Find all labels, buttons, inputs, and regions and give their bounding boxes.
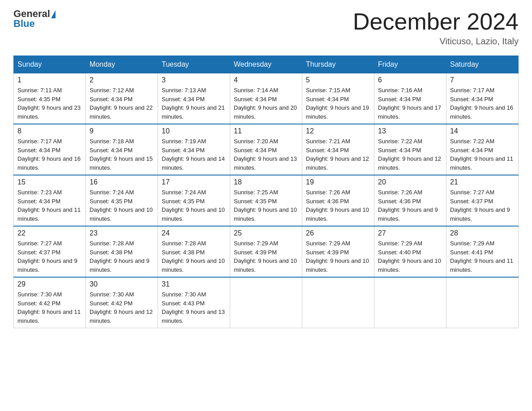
- calendar-table: Sunday Monday Tuesday Wednesday Thursday…: [13, 56, 519, 328]
- sunrise-label: Sunrise: 7:26 AM: [306, 189, 350, 196]
- day-number: 6: [378, 76, 442, 84]
- calendar-day-cell: 7 Sunrise: 7:17 AM Sunset: 4:34 PM Dayli…: [446, 73, 519, 124]
- daylight-label: Daylight: 9 hours and 12 minutes.: [90, 308, 153, 324]
- sunrise-label: Sunrise: 7:29 AM: [378, 240, 422, 247]
- day-number: 3: [162, 76, 226, 84]
- day-info: Sunrise: 7:24 AM Sunset: 4:35 PM Dayligh…: [90, 188, 154, 223]
- calendar-day-cell: 2 Sunrise: 7:12 AM Sunset: 4:34 PM Dayli…: [86, 73, 158, 124]
- day-info: Sunrise: 7:26 AM Sunset: 4:36 PM Dayligh…: [306, 188, 370, 223]
- calendar-day-cell: [446, 277, 519, 328]
- calendar-day-cell: 26 Sunrise: 7:29 AM Sunset: 4:39 PM Dayl…: [302, 226, 374, 277]
- day-number: 29: [17, 280, 82, 288]
- day-info: Sunrise: 7:22 AM Sunset: 4:34 PM Dayligh…: [378, 137, 442, 172]
- sunrise-label: Sunrise: 7:11 AM: [17, 87, 62, 94]
- sunrise-label: Sunrise: 7:20 AM: [234, 138, 278, 145]
- day-info: Sunrise: 7:22 AM Sunset: 4:34 PM Dayligh…: [450, 137, 515, 172]
- sunset-label: Sunset: 4:35 PM: [17, 96, 60, 103]
- day-info: Sunrise: 7:17 AM Sunset: 4:34 PM Dayligh…: [450, 86, 515, 121]
- sunrise-label: Sunrise: 7:22 AM: [450, 138, 494, 145]
- sunset-label: Sunset: 4:34 PM: [378, 147, 421, 154]
- daylight-label: Daylight: 9 hours and 14 minutes.: [162, 155, 225, 171]
- calendar-week-row: 8 Sunrise: 7:17 AM Sunset: 4:34 PM Dayli…: [14, 124, 519, 175]
- day-info: Sunrise: 7:29 AM Sunset: 4:39 PM Dayligh…: [234, 239, 298, 274]
- day-info: Sunrise: 7:27 AM Sunset: 4:37 PM Dayligh…: [17, 239, 82, 274]
- day-number: 20: [378, 178, 442, 186]
- day-number: 9: [90, 127, 154, 135]
- logo: General Blue: [13, 9, 56, 29]
- calendar-day-cell: 11 Sunrise: 7:20 AM Sunset: 4:34 PM Dayl…: [230, 124, 302, 175]
- sunset-label: Sunset: 4:36 PM: [306, 198, 349, 205]
- sunset-label: Sunset: 4:34 PM: [162, 96, 205, 103]
- sunrise-label: Sunrise: 7:15 AM: [306, 87, 350, 94]
- sunset-label: Sunset: 4:36 PM: [378, 198, 421, 205]
- daylight-label: Daylight: 9 hours and 13 minutes.: [162, 308, 225, 324]
- sunset-label: Sunset: 4:35 PM: [234, 198, 277, 205]
- sunrise-label: Sunrise: 7:30 AM: [162, 291, 206, 298]
- sunrise-label: Sunrise: 7:29 AM: [450, 240, 494, 247]
- day-info: Sunrise: 7:24 AM Sunset: 4:35 PM Dayligh…: [162, 188, 226, 223]
- daylight-label: Daylight: 9 hours and 9 minutes.: [90, 257, 150, 273]
- day-number: 1: [17, 76, 82, 84]
- sunset-label: Sunset: 4:34 PM: [234, 147, 277, 154]
- calendar-day-cell: 15 Sunrise: 7:23 AM Sunset: 4:34 PM Dayl…: [14, 175, 86, 226]
- day-info: Sunrise: 7:27 AM Sunset: 4:37 PM Dayligh…: [450, 188, 515, 223]
- sunrise-label: Sunrise: 7:17 AM: [17, 138, 62, 145]
- daylight-label: Daylight: 9 hours and 11 minutes.: [17, 308, 81, 324]
- calendar-day-cell: 18 Sunrise: 7:25 AM Sunset: 4:35 PM Dayl…: [230, 175, 302, 226]
- day-number: 26: [306, 229, 370, 237]
- day-info: Sunrise: 7:29 AM Sunset: 4:39 PM Dayligh…: [306, 239, 370, 274]
- title-area: December 2024 Viticuso, Lazio, Italy: [353, 9, 519, 47]
- daylight-label: Daylight: 9 hours and 9 minutes.: [17, 257, 77, 273]
- sunrise-label: Sunrise: 7:28 AM: [162, 240, 206, 247]
- day-number: 28: [450, 229, 515, 237]
- sunset-label: Sunset: 4:34 PM: [378, 96, 421, 103]
- calendar-day-cell: 16 Sunrise: 7:24 AM Sunset: 4:35 PM Dayl…: [86, 175, 158, 226]
- col-thursday: Thursday: [302, 56, 374, 73]
- calendar-day-cell: 14 Sunrise: 7:22 AM Sunset: 4:34 PM Dayl…: [446, 124, 519, 175]
- sunset-label: Sunset: 4:34 PM: [234, 96, 277, 103]
- daylight-label: Daylight: 9 hours and 11 minutes.: [450, 257, 513, 273]
- sunset-label: Sunset: 4:41 PM: [450, 249, 493, 256]
- sunset-label: Sunset: 4:37 PM: [17, 249, 60, 256]
- calendar-day-cell: [374, 277, 446, 328]
- calendar-day-cell: 10 Sunrise: 7:19 AM Sunset: 4:34 PM Dayl…: [158, 124, 230, 175]
- col-sunday: Sunday: [14, 56, 86, 73]
- sunset-label: Sunset: 4:39 PM: [306, 249, 349, 256]
- calendar-day-cell: 13 Sunrise: 7:22 AM Sunset: 4:34 PM Dayl…: [374, 124, 446, 175]
- day-info: Sunrise: 7:15 AM Sunset: 4:34 PM Dayligh…: [306, 86, 370, 121]
- calendar-day-cell: 30 Sunrise: 7:30 AM Sunset: 4:42 PM Dayl…: [86, 277, 158, 328]
- day-number: 12: [306, 127, 370, 135]
- daylight-label: Daylight: 9 hours and 15 minutes.: [90, 155, 153, 171]
- month-title: December 2024: [353, 9, 519, 34]
- page-header: General Blue December 2024 Viticuso, Laz…: [13, 9, 519, 47]
- calendar-day-cell: 27 Sunrise: 7:29 AM Sunset: 4:40 PM Dayl…: [374, 226, 446, 277]
- calendar-day-cell: 31 Sunrise: 7:30 AM Sunset: 4:43 PM Dayl…: [158, 277, 230, 328]
- calendar-day-cell: 21 Sunrise: 7:27 AM Sunset: 4:37 PM Dayl…: [446, 175, 519, 226]
- sunrise-label: Sunrise: 7:28 AM: [90, 240, 134, 247]
- sunset-label: Sunset: 4:34 PM: [306, 96, 349, 103]
- sunset-label: Sunset: 4:34 PM: [17, 147, 60, 154]
- day-info: Sunrise: 7:29 AM Sunset: 4:41 PM Dayligh…: [450, 239, 515, 274]
- calendar-day-cell: 6 Sunrise: 7:16 AM Sunset: 4:34 PM Dayli…: [374, 73, 446, 124]
- calendar-day-cell: 28 Sunrise: 7:29 AM Sunset: 4:41 PM Dayl…: [446, 226, 519, 277]
- day-info: Sunrise: 7:20 AM Sunset: 4:34 PM Dayligh…: [234, 137, 298, 172]
- sunset-label: Sunset: 4:34 PM: [17, 198, 60, 205]
- day-info: Sunrise: 7:14 AM Sunset: 4:34 PM Dayligh…: [234, 86, 298, 121]
- day-number: 7: [450, 76, 515, 84]
- day-number: 13: [378, 127, 442, 135]
- sunrise-label: Sunrise: 7:16 AM: [378, 87, 422, 94]
- sunrise-label: Sunrise: 7:12 AM: [90, 87, 134, 94]
- sunrise-label: Sunrise: 7:30 AM: [17, 291, 62, 298]
- daylight-label: Daylight: 9 hours and 10 minutes.: [162, 206, 225, 222]
- sunrise-label: Sunrise: 7:17 AM: [450, 87, 494, 94]
- sunrise-label: Sunrise: 7:14 AM: [234, 87, 278, 94]
- location: Viticuso, Lazio, Italy: [353, 36, 519, 47]
- calendar-day-cell: 12 Sunrise: 7:21 AM Sunset: 4:34 PM Dayl…: [302, 124, 374, 175]
- daylight-label: Daylight: 9 hours and 16 minutes.: [450, 104, 513, 120]
- sunrise-label: Sunrise: 7:18 AM: [90, 138, 134, 145]
- day-number: 4: [234, 76, 298, 84]
- daylight-label: Daylight: 9 hours and 10 minutes.: [162, 257, 225, 273]
- days-of-week-row: Sunday Monday Tuesday Wednesday Thursday…: [14, 56, 519, 73]
- daylight-label: Daylight: 9 hours and 10 minutes.: [234, 206, 297, 222]
- col-monday: Monday: [86, 56, 158, 73]
